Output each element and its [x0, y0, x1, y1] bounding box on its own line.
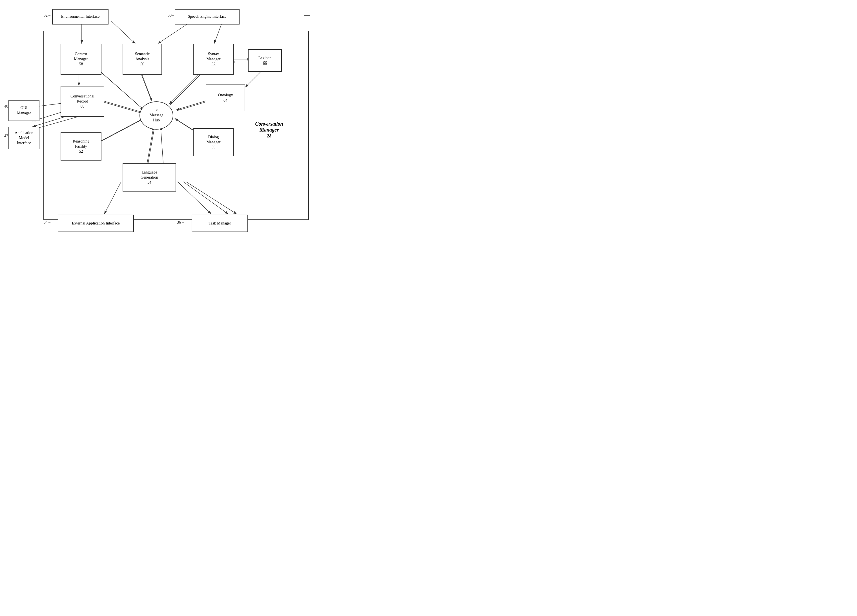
svg-line-24 — [95, 119, 143, 145]
conv-manager-num: 28 — [267, 133, 271, 138]
message-hub-label: MessageHub — [150, 113, 164, 123]
task-manager-box: Task Manager — [192, 215, 248, 232]
speech-engine-ref: 30 — [168, 13, 172, 18]
speech-engine-label: Speech Engine Interface — [188, 14, 227, 19]
ontology-num: 64 — [223, 98, 227, 103]
app-model-ref: 42 — [4, 134, 8, 138]
lang-gen-label: LanguageGeneration — [141, 170, 158, 180]
svg-line-5 — [158, 21, 192, 44]
reasoning-num: 52 — [79, 149, 83, 154]
app-model-label: ApplicationModelInterface — [15, 130, 33, 146]
syntax-manager-label: SyntaxManager — [207, 51, 221, 62]
reasoning-label: ReasoningFacility — [73, 139, 89, 149]
environmental-interface-label: Environmental Interface — [61, 14, 99, 19]
svg-line-29 — [161, 127, 164, 166]
environmental-interface-ref: 32 — [44, 13, 48, 18]
svg-line-37 — [186, 182, 237, 214]
svg-line-13 — [99, 101, 143, 114]
svg-line-12 — [100, 100, 144, 113]
gui-manager-ref: 40 — [4, 104, 8, 109]
lexicon-num: 66 — [263, 60, 267, 66]
svg-line-35 — [178, 182, 211, 214]
language-generation-box: LanguageGeneration 54 — [122, 164, 176, 191]
lang-gen-num: 54 — [147, 180, 151, 185]
message-hub-circle: 68 MessageHub — [139, 101, 173, 130]
svg-line-15 — [140, 71, 151, 100]
task-manager-ref: 36 — [177, 220, 181, 225]
context-manager-box: ContextManager 58 — [60, 44, 101, 75]
gui-manager-box: GUIManager — [8, 100, 39, 121]
syntax-manager-num: 62 — [212, 62, 216, 67]
ontology-label: Ontology — [218, 93, 233, 98]
conv-manager-text: ConversationManager — [255, 121, 283, 133]
svg-line-36 — [183, 182, 228, 214]
conv-record-num: 60 — [80, 104, 85, 109]
dialog-manager-num: 56 — [212, 145, 216, 150]
speech-engine-interface-box: Speech Engine Interface — [175, 9, 240, 25]
svg-line-17 — [170, 71, 204, 105]
svg-line-16 — [169, 70, 203, 104]
svg-line-4 — [111, 21, 135, 44]
external-app-interface-box: External Application Interface — [58, 215, 134, 232]
reasoning-facility-box: ReasoningFacility 52 — [60, 133, 101, 161]
svg-line-34 — [104, 182, 121, 214]
svg-line-6 — [214, 21, 223, 44]
gui-manager-label: GUIManager — [17, 105, 31, 116]
context-manager-label: ContextManager — [74, 51, 88, 62]
semantic-analysis-box: SemanticAnalysis 50 — [122, 44, 162, 75]
conversational-record-box: ConversationalRecord 60 — [60, 86, 104, 117]
dialog-manager-label: DialogManager — [207, 134, 221, 145]
svg-line-14 — [141, 72, 152, 101]
ontology-box: Ontology 64 — [206, 85, 245, 111]
external-app-label: External Application Interface — [72, 221, 119, 226]
environmental-interface-box: Environmental Interface — [52, 9, 108, 25]
conversation-manager-label: ConversationManager 28 — [245, 121, 293, 139]
lexicon-label: Lexicon — [258, 56, 271, 60]
diagram: Environmental Interface 32 – Speech Engi… — [0, 0, 338, 242]
conv-record-label: ConversationalRecord — [70, 94, 94, 104]
svg-line-28 — [147, 128, 155, 167]
context-manager-num: 58 — [79, 62, 83, 67]
dialog-manager-box: DialogManager 56 — [193, 128, 234, 156]
external-app-ref: 34 — [44, 220, 48, 225]
svg-line-23 — [96, 118, 144, 144]
syntax-manager-box: SyntaxManager 62 — [193, 44, 234, 75]
semantic-analysis-num: 50 — [140, 62, 144, 67]
message-hub-num: 68 — [155, 108, 158, 113]
app-model-interface-box: ApplicationModelInterface — [8, 127, 39, 149]
task-manager-label: Task Manager — [209, 221, 231, 226]
svg-line-27 — [147, 127, 153, 166]
semantic-analysis-label: SemanticAnalysis — [135, 51, 150, 62]
lexicon-box: Lexicon 66 — [248, 49, 282, 72]
